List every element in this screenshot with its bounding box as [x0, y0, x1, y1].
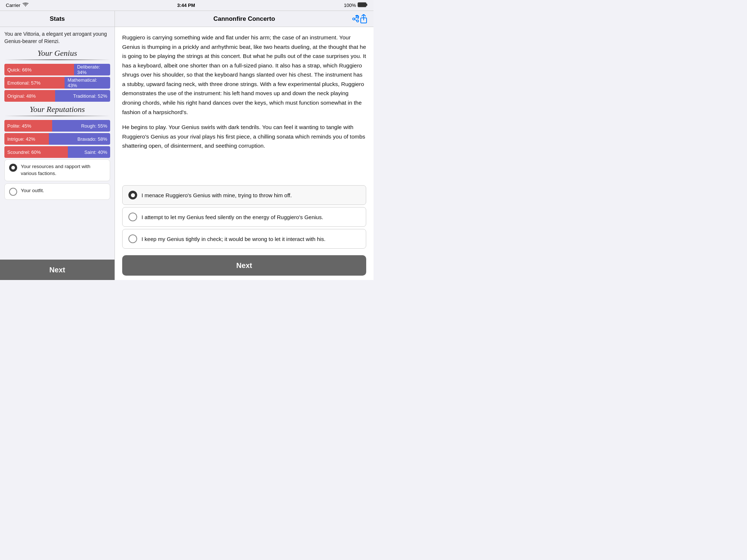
main-layout: You are Vittoria, a elegant yet arrogant… — [0, 27, 374, 280]
stat-row: Scoundrel: 60% Saint: 40% — [4, 146, 110, 158]
genius-stats: Quick: 66% Deliberate: 34% Emotional: 57… — [4, 64, 110, 102]
radio-label: Your outfit. — [21, 187, 44, 194]
choice-section: I menace Ruggiero's Genius with mine, tr… — [115, 185, 374, 255]
left-radio-resources[interactable]: Your resources and rapport with various … — [4, 159, 110, 181]
character-description: You are Vittoria, a elegant yet arrogant… — [4, 31, 110, 45]
choice-radio — [128, 234, 137, 243]
your-genius-heading: Your Genius — [4, 48, 110, 58]
stat-right: Traditional: 52% — [55, 90, 110, 102]
your-reputations-heading: Your Reputations — [4, 105, 110, 114]
genius-underline — [4, 59, 110, 60]
battery-icon — [357, 2, 368, 8]
radio-circle — [9, 164, 17, 172]
choice-feed[interactable]: I attempt to let my Genius feed silently… — [122, 207, 366, 227]
stat-left: Polite: 45% — [4, 120, 52, 132]
nav-title: Cannonfire Concerto — [213, 15, 275, 23]
stat-row: Quick: 66% Deliberate: 34% — [4, 64, 110, 75]
nav-stats-label: Stats — [0, 11, 115, 27]
stat-right: Saint: 40% — [68, 146, 110, 158]
right-panel: Ruggiero is carrying something wide and … — [115, 27, 374, 280]
carrier-label: Carrier — [6, 3, 20, 8]
battery-label: 100% — [344, 3, 356, 8]
stat-right: Rough: 55% — [52, 120, 111, 132]
share-icon — [352, 15, 360, 23]
reputations-underline — [4, 116, 110, 116]
stat-left: Quick: 66% — [4, 64, 74, 75]
choice-label: I attempt to let my Genius feed silently… — [142, 213, 323, 221]
stat-row: Emotional: 57% Mathematical: 43% — [4, 77, 110, 89]
share-button[interactable] — [352, 14, 368, 24]
right-content: Ruggiero is carrying something wide and … — [115, 27, 374, 185]
choice-check[interactable]: I keep my Genius tightly in check; it wo… — [122, 229, 366, 249]
stat-left: Emotional: 57% — [4, 77, 65, 89]
status-bar: Carrier 3:44 PM 100% — [0, 0, 374, 11]
stat-row: Intrigue: 42% Bravado: 58% — [4, 133, 110, 145]
story-paragraphs: Ruggiero is carrying something wide and … — [122, 33, 366, 151]
left-radio-options: Your resources and rapport with various … — [4, 159, 110, 200]
status-left: Carrier — [6, 3, 28, 8]
stat-row: Polite: 45% Rough: 55% — [4, 120, 110, 132]
stat-left: Scoundrel: 60% — [4, 146, 68, 158]
svg-rect-2 — [366, 4, 367, 6]
radio-circle — [9, 188, 17, 196]
svg-rect-1 — [358, 3, 366, 7]
left-radio-outfit[interactable]: Your outfit. — [4, 183, 110, 200]
status-right: 100% — [344, 2, 368, 8]
choice-radio — [128, 191, 137, 199]
stat-left: Intrigue: 42% — [4, 133, 49, 145]
choices: I menace Ruggiero's Genius with mine, tr… — [122, 185, 366, 249]
story-paragraph: He begins to play. Your Genius swirls wi… — [122, 122, 366, 151]
nav-bar: Stats Cannonfire Concerto — [0, 11, 374, 27]
stat-left: Original: 48% — [4, 90, 55, 102]
story-paragraph: Ruggiero is carrying something wide and … — [122, 33, 366, 117]
nav-main: Cannonfire Concerto — [115, 15, 374, 23]
stat-right: Deliberate: 34% — [74, 64, 110, 75]
status-time: 3:44 PM — [177, 3, 195, 8]
wifi-icon — [23, 3, 28, 8]
left-content: You are Vittoria, a elegant yet arrogant… — [0, 27, 115, 260]
radio-label: Your resources and rapport with various … — [21, 163, 105, 177]
choice-label: I keep my Genius tightly in check; it wo… — [142, 235, 325, 243]
choice-label: I menace Ruggiero's Genius with mine, tr… — [142, 191, 292, 199]
left-next-button[interactable]: Next — [0, 260, 115, 280]
choice-menace[interactable]: I menace Ruggiero's Genius with mine, tr… — [122, 185, 366, 205]
stat-row: Original: 48% Traditional: 52% — [4, 90, 110, 102]
left-panel: You are Vittoria, a elegant yet arrogant… — [0, 27, 115, 280]
reputation-stats: Polite: 45% Rough: 55% Intrigue: 42% Bra… — [4, 120, 110, 158]
stat-right: Mathematical: 43% — [65, 77, 110, 89]
right-next-button[interactable]: Next — [122, 255, 366, 276]
choice-radio — [128, 213, 137, 221]
stat-right: Bravado: 58% — [49, 133, 110, 145]
upload-share-icon — [360, 14, 368, 24]
